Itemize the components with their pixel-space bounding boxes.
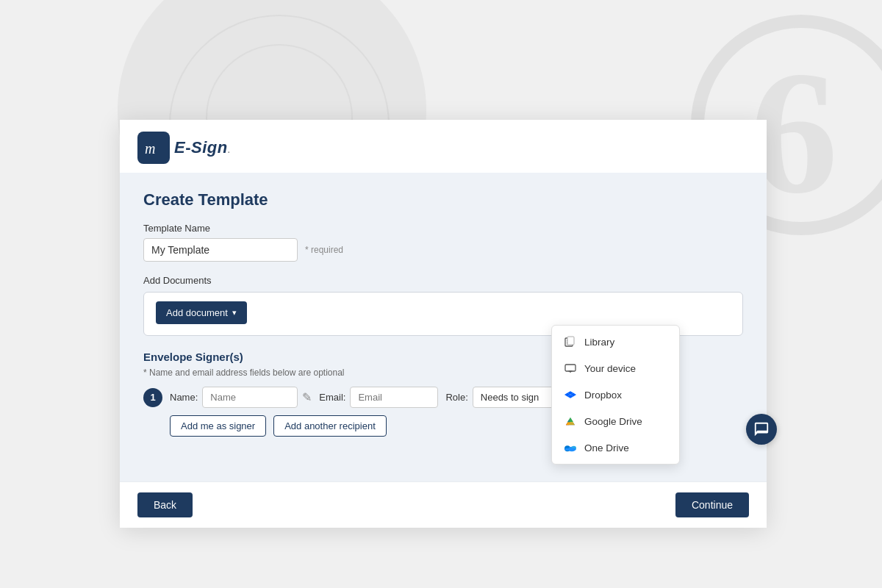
your-device-label: Your device	[584, 363, 636, 374]
dropbox-icon	[564, 388, 577, 401]
svg-rect-5	[567, 337, 574, 345]
template-name-row: * required	[143, 238, 743, 262]
dropdown-item-one-drive[interactable]: One Drive	[552, 434, 679, 461]
library-label: Library	[584, 337, 614, 348]
modal-footer: Back Continue	[120, 481, 767, 528]
name-edit-icon[interactable]: ✎	[302, 390, 312, 404]
template-name-input[interactable]	[143, 238, 298, 262]
dropdown-item-your-device[interactable]: Your device	[552, 355, 679, 381]
logo-dash: -	[185, 138, 191, 157]
add-document-caret-icon: ▾	[232, 308, 237, 318]
back-button[interactable]: Back	[137, 492, 193, 517]
one-drive-icon	[564, 441, 577, 454]
modal-body: Create Template Template Name * required…	[120, 173, 767, 481]
modal-header: m E-Sign.	[120, 120, 767, 173]
signer-name-input[interactable]	[202, 387, 298, 408]
google-drive-label: Google Drive	[584, 416, 642, 427]
required-label: * required	[305, 245, 343, 255]
role-inline-label: Role:	[445, 392, 467, 403]
logo-text: E-Sign.	[174, 138, 230, 157]
logo-icon: m	[143, 137, 164, 158]
logo-trademark: .	[228, 146, 231, 154]
logo-e: E	[174, 138, 185, 157]
add-document-dropdown: Library Your device	[551, 325, 680, 465]
svg-rect-6	[565, 365, 576, 371]
template-name-label: Template Name	[143, 223, 743, 234]
add-document-button[interactable]: Add document ▾	[156, 301, 247, 324]
add-another-recipient-button[interactable]: Add another recipient	[273, 415, 387, 437]
add-documents-area: Add document ▾ Library	[143, 292, 743, 336]
add-me-as-signer-button[interactable]: Add me as signer	[170, 415, 266, 437]
logo-sign: Sign	[191, 138, 228, 157]
dropbox-label: Dropbox	[584, 390, 622, 401]
dropdown-item-dropbox[interactable]: Dropbox	[552, 381, 679, 408]
device-icon	[564, 362, 577, 375]
signer-number-badge: 1	[143, 388, 162, 407]
page-title: Create Template	[143, 190, 743, 209]
chat-button[interactable]	[746, 414, 777, 445]
name-inline-label: Name:	[170, 392, 198, 403]
google-drive-icon	[564, 415, 577, 428]
add-documents-label: Add Documents	[143, 275, 743, 286]
signer-email-input[interactable]	[350, 387, 438, 408]
chat-icon	[753, 421, 770, 437]
dropdown-item-library[interactable]: Library	[552, 329, 679, 355]
continue-button[interactable]: Continue	[675, 492, 749, 517]
svg-rect-12	[565, 448, 576, 451]
logo-box: m	[137, 132, 170, 164]
dropdown-item-google-drive[interactable]: Google Drive	[552, 408, 679, 434]
svg-text:m: m	[145, 140, 155, 157]
library-icon	[564, 335, 577, 348]
email-field-wrap: Email:	[319, 387, 438, 408]
one-drive-label: One Drive	[584, 442, 629, 453]
add-document-label: Add document	[166, 307, 228, 318]
email-inline-label: Email:	[319, 392, 345, 403]
name-field-wrap: Name: ✎	[170, 387, 312, 408]
create-template-modal: m E-Sign. Create Template Template Name …	[120, 120, 767, 528]
